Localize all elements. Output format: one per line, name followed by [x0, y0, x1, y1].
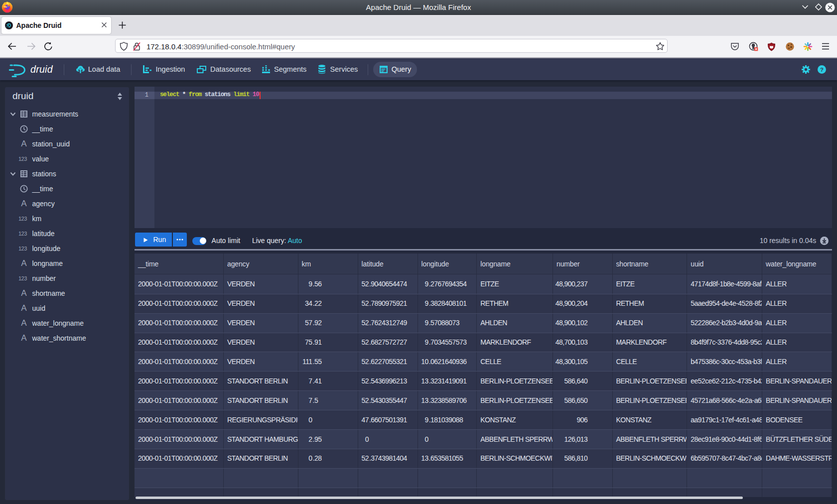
svg-text:?: ?: [820, 67, 824, 73]
